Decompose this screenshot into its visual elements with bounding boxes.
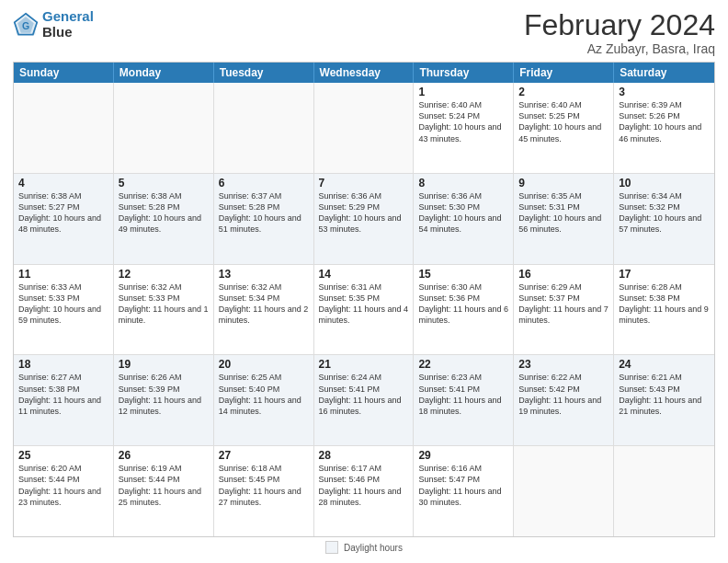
day-number: 11 — [18, 268, 108, 281]
cell-info: Sunrise: 6:38 AM Sunset: 5:28 PM Dayligh… — [119, 190, 209, 236]
calendar-week-5: 25Sunrise: 6:20 AM Sunset: 5:44 PM Dayli… — [14, 446, 714, 536]
cell-info: Sunrise: 6:36 AM Sunset: 5:29 PM Dayligh… — [319, 190, 409, 236]
day-number: 17 — [619, 268, 710, 281]
legend-box — [325, 541, 338, 554]
day-number: 16 — [518, 268, 609, 281]
cell-info: Sunrise: 6:20 AM Sunset: 5:44 PM Dayligh… — [18, 463, 108, 508]
logo-text: General Blue — [42, 9, 94, 40]
day-number: 23 — [518, 358, 609, 371]
calendar-week-1: 1Sunrise: 6:40 AM Sunset: 5:24 PM Daylig… — [14, 83, 714, 174]
cell-info: Sunrise: 6:37 AM Sunset: 5:28 PM Dayligh… — [219, 190, 309, 236]
svg-text:G: G — [22, 20, 29, 31]
cal-cell: 6Sunrise: 6:37 AM Sunset: 5:28 PM Daylig… — [214, 174, 314, 264]
cal-cell: 2Sunrise: 6:40 AM Sunset: 5:25 PM Daylig… — [514, 83, 614, 173]
cell-info: Sunrise: 6:22 AM Sunset: 5:42 PM Dayligh… — [518, 372, 609, 417]
cal-cell: 27Sunrise: 6:18 AM Sunset: 5:45 PM Dayli… — [214, 446, 314, 536]
cell-info: Sunrise: 6:17 AM Sunset: 5:46 PM Dayligh… — [319, 463, 409, 508]
cal-header-friday: Friday — [514, 63, 614, 83]
cell-info: Sunrise: 6:19 AM Sunset: 5:44 PM Dayligh… — [119, 463, 209, 508]
cal-cell: 5Sunrise: 6:38 AM Sunset: 5:28 PM Daylig… — [114, 174, 214, 264]
day-number: 19 — [119, 358, 209, 371]
logo-icon: G — [13, 12, 39, 38]
cal-cell: 17Sunrise: 6:28 AM Sunset: 5:38 PM Dayli… — [614, 265, 714, 355]
cal-cell: 29Sunrise: 6:16 AM Sunset: 5:47 PM Dayli… — [414, 446, 514, 536]
cal-cell: 21Sunrise: 6:24 AM Sunset: 5:41 PM Dayli… — [314, 355, 415, 445]
day-number: 29 — [418, 449, 508, 462]
day-number: 3 — [619, 86, 710, 98]
cal-header-thursday: Thursday — [414, 63, 514, 83]
day-number: 10 — [619, 177, 710, 190]
cal-cell: 13Sunrise: 6:32 AM Sunset: 5:34 PM Dayli… — [214, 265, 314, 355]
day-number: 27 — [219, 449, 309, 462]
cal-cell: 1Sunrise: 6:40 AM Sunset: 5:24 PM Daylig… — [414, 83, 514, 173]
cal-header-wednesday: Wednesday — [314, 63, 415, 83]
cell-info: Sunrise: 6:36 AM Sunset: 5:30 PM Dayligh… — [418, 190, 508, 236]
cal-cell: 19Sunrise: 6:26 AM Sunset: 5:39 PM Dayli… — [114, 355, 214, 445]
cal-cell: 4Sunrise: 6:38 AM Sunset: 5:27 PM Daylig… — [14, 174, 114, 264]
cal-cell: 8Sunrise: 6:36 AM Sunset: 5:30 PM Daylig… — [414, 174, 514, 264]
cal-cell: 16Sunrise: 6:29 AM Sunset: 5:37 PM Dayli… — [514, 265, 614, 355]
cal-cell: 9Sunrise: 6:35 AM Sunset: 5:31 PM Daylig… — [514, 174, 614, 264]
cal-cell: 26Sunrise: 6:19 AM Sunset: 5:44 PM Dayli… — [114, 446, 214, 536]
cal-cell: 12Sunrise: 6:32 AM Sunset: 5:33 PM Dayli… — [114, 265, 214, 355]
day-number: 2 — [518, 86, 609, 98]
cell-info: Sunrise: 6:26 AM Sunset: 5:39 PM Dayligh… — [119, 372, 209, 417]
cal-header-saturday: Saturday — [614, 63, 714, 83]
cal-header-sunday: Sunday — [14, 63, 114, 83]
day-number: 26 — [119, 449, 209, 462]
cell-info: Sunrise: 6:39 AM Sunset: 5:26 PM Dayligh… — [619, 99, 710, 144]
calendar: SundayMondayTuesdayWednesdayThursdayFrid… — [13, 62, 715, 537]
day-number: 28 — [319, 449, 409, 462]
cell-info: Sunrise: 6:27 AM Sunset: 5:38 PM Dayligh… — [18, 372, 108, 417]
day-number: 12 — [119, 268, 209, 281]
cal-cell: 18Sunrise: 6:27 AM Sunset: 5:38 PM Dayli… — [14, 355, 114, 445]
footer: Daylight hours — [13, 537, 715, 554]
cell-info: Sunrise: 6:24 AM Sunset: 5:41 PM Dayligh… — [319, 372, 409, 417]
cal-cell — [314, 83, 415, 173]
calendar-body: 1Sunrise: 6:40 AM Sunset: 5:24 PM Daylig… — [14, 83, 714, 536]
day-number: 18 — [18, 358, 108, 371]
day-number: 24 — [619, 358, 710, 371]
cal-cell: 7Sunrise: 6:36 AM Sunset: 5:29 PM Daylig… — [314, 174, 415, 264]
logo: G General Blue — [13, 9, 94, 40]
cal-cell — [214, 83, 314, 173]
page: G General Blue February 2024 Az Zubayr, … — [0, 0, 728, 563]
cell-info: Sunrise: 6:34 AM Sunset: 5:32 PM Dayligh… — [619, 190, 710, 236]
calendar-week-4: 18Sunrise: 6:27 AM Sunset: 5:38 PM Dayli… — [14, 355, 714, 446]
day-number: 15 — [418, 268, 508, 281]
cal-cell: 23Sunrise: 6:22 AM Sunset: 5:42 PM Dayli… — [514, 355, 614, 445]
cell-info: Sunrise: 6:31 AM Sunset: 5:35 PM Dayligh… — [319, 282, 409, 327]
day-number: 14 — [319, 268, 409, 281]
cal-cell: 14Sunrise: 6:31 AM Sunset: 5:35 PM Dayli… — [314, 265, 415, 355]
cal-cell — [114, 83, 214, 173]
cal-cell: 3Sunrise: 6:39 AM Sunset: 5:26 PM Daylig… — [614, 83, 714, 173]
cell-info: Sunrise: 6:35 AM Sunset: 5:31 PM Dayligh… — [518, 190, 609, 236]
cal-cell — [614, 446, 714, 536]
day-number: 8 — [418, 177, 508, 190]
cell-info: Sunrise: 6:30 AM Sunset: 5:36 PM Dayligh… — [418, 282, 508, 327]
day-number: 22 — [418, 358, 508, 371]
cal-header-tuesday: Tuesday — [214, 63, 314, 83]
cell-info: Sunrise: 6:23 AM Sunset: 5:41 PM Dayligh… — [418, 372, 508, 417]
cal-cell: 15Sunrise: 6:30 AM Sunset: 5:36 PM Dayli… — [414, 265, 514, 355]
cal-cell: 24Sunrise: 6:21 AM Sunset: 5:43 PM Dayli… — [614, 355, 714, 445]
day-number: 6 — [219, 177, 309, 190]
cal-cell: 11Sunrise: 6:33 AM Sunset: 5:33 PM Dayli… — [14, 265, 114, 355]
day-number: 7 — [319, 177, 409, 190]
legend-label: Daylight hours — [344, 543, 403, 553]
subtitle: Az Zubayr, Basra, Iraq — [524, 41, 715, 56]
cell-info: Sunrise: 6:21 AM Sunset: 5:43 PM Dayligh… — [619, 372, 710, 417]
cell-info: Sunrise: 6:40 AM Sunset: 5:25 PM Dayligh… — [518, 99, 609, 144]
cal-cell — [14, 83, 114, 173]
cell-info: Sunrise: 6:18 AM Sunset: 5:45 PM Dayligh… — [219, 463, 309, 508]
day-number: 21 — [319, 358, 409, 371]
main-title: February 2024 — [524, 9, 715, 41]
cal-cell: 10Sunrise: 6:34 AM Sunset: 5:32 PM Dayli… — [614, 174, 714, 264]
cell-info: Sunrise: 6:32 AM Sunset: 5:34 PM Dayligh… — [219, 282, 309, 327]
cal-cell: 20Sunrise: 6:25 AM Sunset: 5:40 PM Dayli… — [214, 355, 314, 445]
cell-info: Sunrise: 6:32 AM Sunset: 5:33 PM Dayligh… — [119, 282, 209, 327]
cal-header-monday: Monday — [114, 63, 214, 83]
calendar-week-2: 4Sunrise: 6:38 AM Sunset: 5:27 PM Daylig… — [14, 174, 714, 265]
day-number: 5 — [119, 177, 209, 190]
cell-info: Sunrise: 6:16 AM Sunset: 5:47 PM Dayligh… — [418, 463, 508, 508]
